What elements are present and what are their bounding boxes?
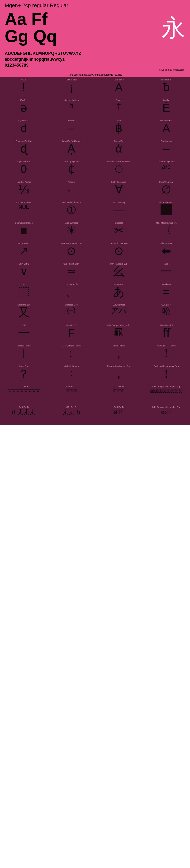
sym-last4: «« 𫝀 [161,409,172,415]
label-cjkcompatideosup: CJK Compat Ideographic Sup [152,385,180,388]
block-greekext: Greek Ext ά [95,138,143,159]
sym-punctuation: – [163,143,169,154]
sym-latinextadd: Ạ [68,143,75,154]
sym-cjkradicals: ⺓ [113,266,124,277]
label-currency: Currency Symbols [63,160,80,163]
block-suparrowsb: Sup Arrows B ↗ [0,241,47,261]
sym-diacriticalsym: ◌ [115,163,123,173]
block-dingbats: Dingbats ✂ [95,220,143,241]
block-boxdrawing: Box Drawing — [95,200,143,220]
sym-alphabeticpf: ﬀ [162,327,170,339]
label-katakanaext: Katakana Ext [17,304,30,306]
block-misctech: Misc Technical ∅ [143,179,190,200]
label-last2: CJK Ext C [66,406,76,408]
sym-dingbats: ✂ [114,225,123,236]
block-etc: EtC [0,282,47,302]
label-cjk: CJK [22,324,26,327]
label-greek: Greek [116,99,122,101]
sym-last2: 𠀋𠀋 ô [63,409,80,415]
char-row-2: IPA Ext ə Modifier Letters ʰ Greek † Cyr… [0,98,190,118]
block-cjkcompatforms: CJK Compat Forms ﹕ [47,343,95,364]
block-hiragana: Hiragana あ [95,282,143,302]
block-smallforms: Small Forms ， [95,343,143,364]
sym-latinextb: ƀ [163,82,170,93]
block-last1: CJK Ext B ô 𠀋𠀋𠀋 [0,404,47,425]
demo-row1: Aa Ff [5,10,157,28]
block-enclosedalnum: Enclosed Alphanum Sup ， [95,364,143,384]
sym-blockelements [160,205,172,215]
block-cjkradicals: CJK Radicals Sup ⺓ [95,261,143,282]
char-row-11: EtC CJK Symbols 、 Hiragana あ Katakana = [0,282,190,302]
alphabet-section: ABCDEFGHIJKLMNOPQRSTUVWXYZ abcdefghijklm… [0,50,190,73]
label-latinextadd: Latin Ext Additional [62,140,80,142]
demo-row2: Gg Qq [5,28,157,45]
label-numberforms: Number Forms [16,181,31,183]
alphabet-upper: ABCDEFGHIJKLMNOPQRSTUVWXYZ [5,51,185,56]
label-supmath: Sup Math Operators [109,242,128,245]
sym-etc [18,286,30,300]
sym-modletters: ʰ [69,102,74,114]
label-ascii: ASCII [21,79,27,81]
label-mathalpha: Math Alphanum [64,365,79,367]
label-hebrew: Hebrew [68,119,75,122]
char-row-1: ASCII ! Latin 1 Sup ¡ Latin Ext A Ā Lati… [0,77,190,98]
demo-letters: Aa Ff Gg Qq [5,10,157,45]
sym-hiragana: あ [113,286,125,298]
label-cyrillicsup: Cyrillic Sup [18,119,29,122]
sym-greek: † [116,102,121,111]
block-kangxi: Kangxi 一 [143,261,190,282]
demo-qq: Qq [33,28,57,45]
credit: © Design by fontke.com [5,68,185,71]
label-alphabeticpf: Alphabetic PF [160,324,173,327]
demo-kanji: 永 [161,16,185,39]
label-cjksymbols: CJK Symbols [65,283,78,285]
block-latinextb: Latin Ext B ƀ [143,77,190,98]
char-row-9: Sup Arrows B ↗ Misc Math Symbols B ⊙ Sup… [0,241,190,261]
label-enclosedalpha: Enclosed Alphanum [62,201,81,204]
label-geoshapes: Geometric Shapes [15,222,33,224]
sym-cjkextd: 𫝀𫝀𫝀𫝀𫝀𫝀𫝀𫝀 [114,389,124,393]
alphabet-lower: abcdefghijklmnopqrstuvwxyz [5,56,185,62]
label-phoneticextsup: Phonetic Ext Sup [15,140,32,142]
label-latinexta: Latin Ext A [114,79,124,81]
sym-kanasup: ？ [18,368,30,379]
label-controlpic: Control Pictures [16,201,31,204]
block-superandsub: Super And Sub 0 [0,159,47,179]
sym-cjkcompat: アパ [111,307,126,314]
sym-ipaext: ə [20,102,27,114]
block-cyrillic: Cyrillic È [143,98,190,118]
block-miscmatha: Misc Math Symbols A 〈 [143,220,190,241]
block-modletters: Modifier Letters ʰ [47,98,95,118]
block-letterlike: Letterlike Symbols a/c [143,159,190,179]
label-hiragana: Hiragana [114,283,123,285]
label-kanasup: Kana Sup [19,365,29,367]
block-phoneticext: Phonetic Ext A [143,118,190,138]
sym-last3: â 𪜶𪜶 [114,409,124,415]
sym-cjkcompatideosup: 丽丽丽丽丽丽丽丽 [150,389,182,393]
sym-smallforms: ， [113,348,124,359]
label-miscsym: Misc Symbols [65,222,78,224]
label-greekext: Greek Ext [114,140,123,142]
sym-latinexta: Ā [115,82,122,93]
sym-phoneticext: A [162,123,170,134]
sym-thai: ฿ [115,123,122,134]
svg-rect-0 [19,287,29,297]
block-last4: CJK Compat Ideographic Sup «« 𫝀 [143,404,190,425]
label-boxdrawing: Box Drawing [113,201,125,204]
block-katakanaext: Katakana Ext 又 [0,302,47,323]
sym-cjkextb: 𠀋𠀋𠀋𠀋𠀋𠀋𠀋𠀋 [8,389,40,393]
block-alphabeticpf: Alphabetic PF ﬀ [143,323,190,343]
label-modletters: Modifier Letters [64,99,79,101]
label-phoneticext: Phonetic Ext [160,119,173,122]
block-cjkextd: CJK Ext D 𫝀𫝀𫝀𫝀𫝀𫝀𫝀𫝀 [95,384,143,404]
sym-greekext: ά [115,143,122,154]
label-miscmatha: Misc Math Symbols A [156,222,177,224]
block-cjk: CJK 一 [0,323,47,343]
sym-vertforms: ︱ [18,348,30,359]
sym-geoshapes: ■ [21,225,27,236]
demo-gg: Gg [5,28,29,45]
sym-miscmatha: 〈 [160,225,172,236]
block-numberforms: Number Forms ⅓ [0,179,47,200]
label-mathop: Math Operators [111,181,126,183]
label-punctuation: Punctuation [160,140,172,142]
